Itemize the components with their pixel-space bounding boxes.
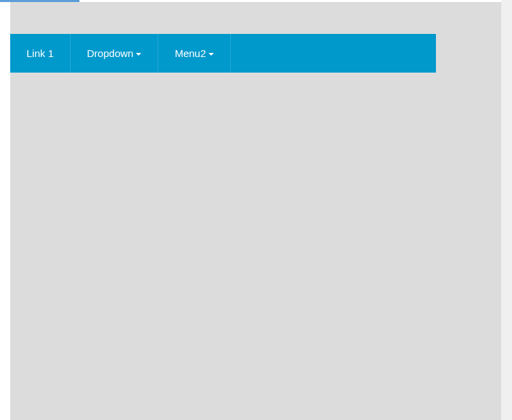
nav-menu2[interactable]: Menu2 [158,34,231,73]
chevron-down-icon [208,53,214,56]
nav-link-1[interactable]: Link 1 [10,34,71,73]
nav-menu2-label: Menu2 [175,47,206,59]
chevron-down-icon [136,53,141,56]
vertical-scrollbar[interactable] [501,0,512,420]
main-navbar: Link 1 Dropdown Menu2 [10,34,436,73]
nav-link-label: Link 1 [26,47,54,59]
nav-dropdown-label: Dropdown [87,47,133,59]
nav-dropdown[interactable]: Dropdown [71,34,158,73]
scrollbar-thumb[interactable] [502,0,511,420]
page-body: Link 1 Dropdown Menu2 [10,2,512,420]
